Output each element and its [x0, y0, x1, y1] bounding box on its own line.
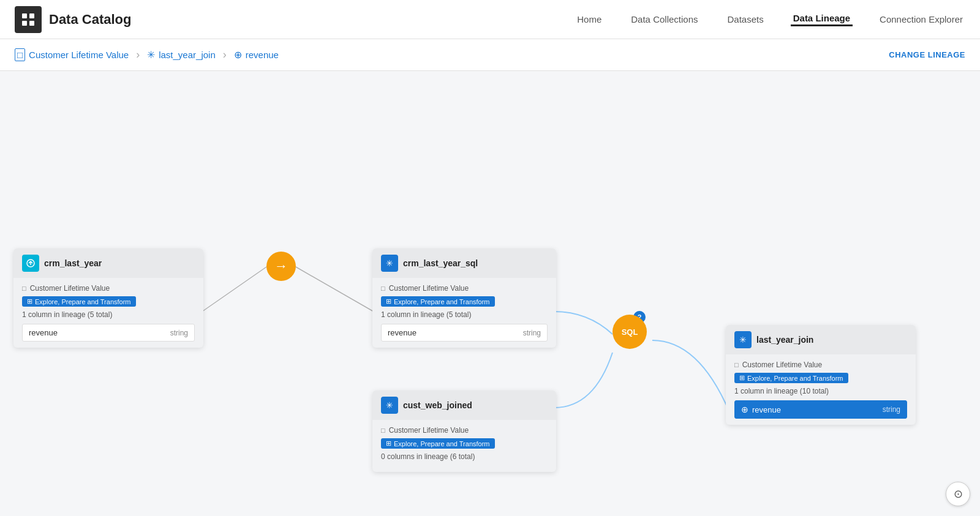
node-cust-web-joined-title: cust_web_joined	[403, 400, 472, 410]
node-crm-last-year-body: □ Customer Lifetime Value ⊞ Explore, Pre…	[13, 278, 203, 348]
svg-rect-2	[22, 21, 27, 26]
revenue-icon: ⊕	[741, 405, 748, 414]
node-crm-last-year-sql-column[interactable]: revenue string	[381, 324, 548, 342]
tag-icon-4: ⊞	[739, 374, 745, 382]
settings-icon: ⊙	[954, 487, 963, 501]
collection-icon-2: □	[381, 285, 385, 292]
breadcrumb-separator-2: ›	[223, 48, 227, 61]
snowflake-icon-join: ✳	[734, 331, 752, 348]
top-navigation: Data Catalog Home Data Collections Datas…	[0, 0, 980, 39]
breadcrumb-revenue[interactable]: ⊕ revenue	[234, 49, 279, 61]
breadcrumb-last-year-join[interactable]: ✳ last_year_join	[147, 49, 216, 61]
upload-icon	[22, 255, 39, 272]
app-title: Data Catalog	[49, 12, 131, 28]
nav-connection-explorer[interactable]: Connection Explorer	[877, 14, 965, 24]
node-last-year-join[interactable]: ✳ last_year_join □ Customer Lifetime Val…	[726, 325, 916, 425]
node-crm-last-year[interactable]: crm_last_year □ Customer Lifetime Value …	[13, 249, 203, 348]
breadcrumb-separator-1: ›	[136, 48, 140, 61]
collection-icon-3: □	[381, 427, 385, 434]
settings-button[interactable]: ⊙	[946, 482, 970, 506]
svg-rect-3	[29, 21, 34, 26]
tag-icon-2: ⊞	[386, 297, 391, 305]
node-cust-web-joined-count: 0 columns in lineage (6 total)	[381, 452, 548, 461]
node-crm-last-year-collection: □ Customer Lifetime Value	[22, 284, 195, 293]
snowflake-icon-breadcrumb: ✳	[147, 49, 155, 61]
node-last-year-join-header: ✳ last_year_join	[726, 325, 916, 354]
node-crm-last-year-title: crm_last_year	[44, 258, 102, 268]
breadcrumb-bar: □ Customer Lifetime Value › ✳ last_year_…	[0, 39, 980, 71]
node-crm-last-year-sql-count: 1 column in lineage (5 total)	[381, 310, 548, 319]
node-cust-web-joined-collection: □ Customer Lifetime Value	[381, 426, 548, 435]
node-cust-web-joined[interactable]: ✳ cust_web_joined □ Customer Lifetime Va…	[372, 391, 556, 472]
arrow-icon: →	[274, 258, 288, 274]
sql-connector[interactable]: SQL	[612, 315, 647, 349]
node-crm-last-year-sql-header: ✳ crm_last_year_sql	[372, 249, 556, 278]
snowflake-icon-cust: ✳	[381, 397, 398, 414]
breadcrumb-customer-lifetime-value[interactable]: □ Customer Lifetime Value	[15, 48, 129, 61]
node-crm-last-year-count: 1 column in lineage (5 total)	[22, 310, 195, 319]
change-lineage-button[interactable]: CHANGE LINEAGE	[889, 50, 965, 59]
logo-icon	[15, 6, 42, 33]
node-last-year-join-tag: ⊞ Explore, Prepare and Transform	[734, 373, 848, 383]
lineage-canvas: crm_last_year □ Customer Lifetime Value …	[0, 71, 980, 516]
nav-links: Home Data Collections Datasets Data Line…	[575, 13, 965, 26]
grid-icon	[21, 13, 35, 26]
move-icon-breadcrumb: ⊕	[234, 49, 242, 61]
table-icon: □	[15, 48, 25, 61]
node-crm-last-year-sql-title: crm_last_year_sql	[403, 258, 478, 268]
svg-rect-1	[29, 13, 34, 18]
sql-label: SQL	[622, 327, 638, 337]
nav-home[interactable]: Home	[575, 14, 604, 24]
tag-icon-3: ⊞	[386, 439, 391, 447]
node-crm-last-year-tag: ⊞ Explore, Prepare and Transform	[22, 296, 136, 307]
svg-line-4	[202, 267, 266, 312]
tag-icon: ⊞	[27, 297, 32, 305]
node-cust-web-joined-body: □ Customer Lifetime Value ⊞ Explore, Pre…	[372, 420, 556, 472]
svg-line-5	[296, 267, 374, 312]
collection-icon: □	[22, 285, 26, 292]
node-crm-last-year-sql-body: □ Customer Lifetime Value ⊞ Explore, Pre…	[372, 278, 556, 348]
nav-datasets[interactable]: Datasets	[725, 14, 766, 24]
logo: Data Catalog	[15, 6, 131, 33]
nav-data-lineage[interactable]: Data Lineage	[791, 13, 853, 26]
node-crm-last-year-sql-tag: ⊞ Explore, Prepare and Transform	[381, 296, 495, 307]
nav-data-collections[interactable]: Data Collections	[628, 14, 700, 24]
node-last-year-join-collection: □ Customer Lifetime Value	[734, 361, 907, 369]
node-last-year-join-column[interactable]: ⊕ revenue string	[734, 400, 907, 419]
node-crm-last-year-column[interactable]: revenue string	[22, 324, 195, 342]
node-crm-last-year-header: crm_last_year	[13, 249, 203, 278]
node-last-year-join-body: □ Customer Lifetime Value ⊞ Explore, Pre…	[726, 354, 916, 425]
node-last-year-join-count: 1 column in lineage (10 total)	[734, 387, 907, 395]
svg-rect-0	[22, 13, 27, 18]
arrow-connector[interactable]: →	[266, 252, 296, 281]
node-crm-last-year-sql-collection: □ Customer Lifetime Value	[381, 284, 548, 293]
node-cust-web-joined-header: ✳ cust_web_joined	[372, 391, 556, 420]
node-crm-last-year-sql[interactable]: ✳ crm_last_year_sql □ Customer Lifetime …	[372, 249, 556, 348]
node-cust-web-joined-tag: ⊞ Explore, Prepare and Transform	[381, 438, 495, 449]
node-last-year-join-title: last_year_join	[756, 335, 813, 345]
collection-icon-4: □	[734, 361, 739, 368]
snowflake-icon-sql: ✳	[381, 255, 398, 272]
